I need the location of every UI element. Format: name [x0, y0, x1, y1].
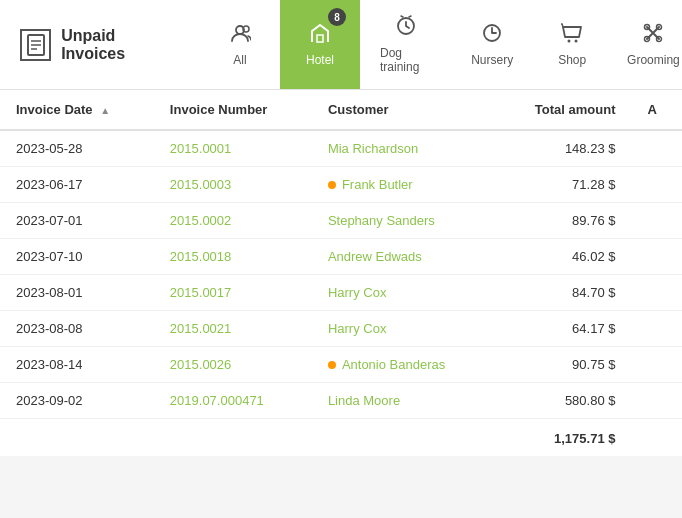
- cell-invoice-number[interactable]: 2015.0017: [154, 275, 312, 311]
- table-header-row: Invoice Date ▲ Invoice Number Customer T…: [0, 90, 682, 130]
- cell-extra: [631, 239, 682, 275]
- grooming-icon: [642, 22, 664, 49]
- cell-customer[interactable]: Antonio Banderas: [312, 347, 494, 383]
- table-row[interactable]: 2023-07-012015.0002Stephany Sanders89.76…: [0, 203, 682, 239]
- tab-grooming-label: Grooming: [627, 53, 680, 67]
- hotel-icon: [309, 22, 331, 49]
- tab-shop[interactable]: Shop: [532, 0, 612, 89]
- col-header-extra: A: [631, 90, 682, 130]
- col-header-date[interactable]: Invoice Date ▲: [0, 90, 154, 130]
- cell-extra: [631, 311, 682, 347]
- table-row[interactable]: 2023-09-022019.07.000471Linda Moore580.8…: [0, 383, 682, 419]
- cell-invoice-number[interactable]: 2015.0002: [154, 203, 312, 239]
- tab-all[interactable]: All: [200, 0, 280, 89]
- cell-invoice-number[interactable]: 2015.0026: [154, 347, 312, 383]
- cell-customer[interactable]: Linda Moore: [312, 383, 494, 419]
- tab-nursery[interactable]: Nursery: [452, 0, 532, 89]
- cell-amount: 90.75 $: [494, 347, 631, 383]
- cell-invoice-number[interactable]: 2015.0018: [154, 239, 312, 275]
- tab-all-label: All: [233, 53, 246, 67]
- tab-grooming[interactable]: Grooming: [612, 0, 682, 89]
- table-row[interactable]: 2023-07-102015.0018Andrew Edwads46.02 $: [0, 239, 682, 275]
- col-header-number: Invoice Number: [154, 90, 312, 130]
- page-icon: [20, 29, 51, 61]
- page-title: Unpaid Invoices: [61, 27, 180, 63]
- total-row: 1,175.71 $: [0, 419, 682, 457]
- cell-date: 2023-09-02: [0, 383, 154, 419]
- tab-hotel-label: Hotel: [306, 53, 334, 67]
- cell-customer[interactable]: Andrew Edwads: [312, 239, 494, 275]
- cell-date: 2023-07-10: [0, 239, 154, 275]
- cell-extra: [631, 347, 682, 383]
- cell-date: 2023-08-01: [0, 275, 154, 311]
- cell-extra: [631, 167, 682, 203]
- cell-date: 2023-08-14: [0, 347, 154, 383]
- cell-extra: [631, 130, 682, 167]
- cell-amount: 64.17 $: [494, 311, 631, 347]
- tab-hotel[interactable]: 8 Hotel: [280, 0, 360, 89]
- cell-date: 2023-07-01: [0, 203, 154, 239]
- hotel-badge: 8: [328, 8, 346, 26]
- cell-date: 2023-08-08: [0, 311, 154, 347]
- tab-dog-training-label: Dog training: [380, 46, 432, 74]
- table-row[interactable]: 2023-08-012015.0017Harry Cox84.70 $: [0, 275, 682, 311]
- cell-amount: 84.70 $: [494, 275, 631, 311]
- cell-extra: [631, 203, 682, 239]
- table-row[interactable]: 2023-06-172015.0003Frank Butler71.28 $: [0, 167, 682, 203]
- nav-tabs: All 8 Hotel Dog training: [200, 0, 682, 89]
- orange-dot: [328, 181, 336, 189]
- all-icon: [229, 22, 251, 49]
- tab-shop-label: Shop: [558, 53, 586, 67]
- total-amount: 1,175.71 $: [494, 419, 631, 457]
- table-row[interactable]: 2023-08-082015.0021Harry Cox64.17 $: [0, 311, 682, 347]
- sort-icon: ▲: [100, 105, 110, 116]
- cell-amount: 148.23 $: [494, 130, 631, 167]
- invoices-table: Invoice Date ▲ Invoice Number Customer T…: [0, 90, 682, 456]
- app-header: Unpaid Invoices All 8: [0, 0, 682, 90]
- orange-dot: [328, 361, 336, 369]
- col-header-customer: Customer: [312, 90, 494, 130]
- cell-customer[interactable]: Harry Cox: [312, 275, 494, 311]
- tab-nursery-label: Nursery: [471, 53, 513, 67]
- table-row[interactable]: 2023-08-142015.0026Antonio Banderas90.75…: [0, 347, 682, 383]
- cell-extra: [631, 275, 682, 311]
- svg-rect-6: [317, 35, 323, 42]
- cell-invoice-number[interactable]: 2019.07.000471: [154, 383, 312, 419]
- table-row[interactable]: 2023-05-282015.0001Mia Richardson148.23 …: [0, 130, 682, 167]
- cell-customer[interactable]: Stephany Sanders: [312, 203, 494, 239]
- tab-dog-training[interactable]: Dog training: [360, 0, 452, 89]
- col-header-amount: Total amount: [494, 90, 631, 130]
- cell-customer[interactable]: Harry Cox: [312, 311, 494, 347]
- cell-amount: 46.02 $: [494, 239, 631, 275]
- cell-amount: 580.80 $: [494, 383, 631, 419]
- svg-point-8: [568, 40, 571, 43]
- cell-invoice-number[interactable]: 2015.0021: [154, 311, 312, 347]
- cell-customer[interactable]: Mia Richardson: [312, 130, 494, 167]
- svg-point-9: [575, 40, 578, 43]
- cell-invoice-number[interactable]: 2015.0003: [154, 167, 312, 203]
- cell-amount: 71.28 $: [494, 167, 631, 203]
- main-content: Invoice Date ▲ Invoice Number Customer T…: [0, 90, 682, 456]
- cell-date: 2023-05-28: [0, 130, 154, 167]
- cell-date: 2023-06-17: [0, 167, 154, 203]
- cell-extra: [631, 383, 682, 419]
- page-title-area: Unpaid Invoices: [0, 0, 200, 89]
- dog-training-icon: [395, 15, 417, 42]
- cell-customer[interactable]: Frank Butler: [312, 167, 494, 203]
- cell-invoice-number[interactable]: 2015.0001: [154, 130, 312, 167]
- shop-icon: [561, 22, 583, 49]
- cell-amount: 89.76 $: [494, 203, 631, 239]
- nursery-icon: [481, 22, 503, 49]
